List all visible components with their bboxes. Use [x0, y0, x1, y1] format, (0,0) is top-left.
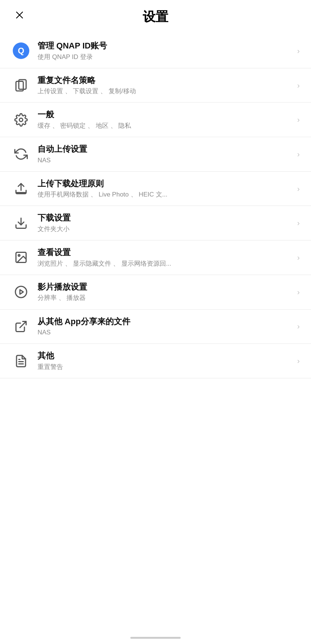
menu-item-duplicate-strategy[interactable]: 重复文件名策略 上传设置 、 下载设置 、 复制/移动 › [0, 68, 311, 103]
menu-title-general: 一般 [38, 109, 293, 120]
chevron-icon: › [297, 288, 300, 296]
menu-title-download-settings: 下载设置 [38, 213, 293, 224]
menu-item-view-settings[interactable]: 查看设置 浏览照片 、 显示隐藏文件 、 显示网络资源回... › [0, 240, 311, 275]
avatar-icon: Q [11, 42, 31, 59]
menu-subtitle-duplicate-strategy: 上传设置 、 下载设置 、 复制/移动 [38, 87, 293, 95]
svg-point-4 [20, 118, 23, 121]
download-icon [11, 216, 31, 230]
close-button[interactable] [11, 7, 28, 23]
menu-item-download-settings[interactable]: 下载设置 文件夹大小 › [0, 206, 311, 240]
upload-tray-icon [11, 182, 31, 195]
menu-item-video-settings[interactable]: 影片播放设置 分辨率 、 播放器 › [0, 275, 311, 310]
menu-item-share-from-app[interactable]: 从其他 App分享来的文件 NAS › [0, 310, 311, 344]
menu-item-auto-upload[interactable]: 自动上传设置 NAS › [0, 137, 311, 172]
menu-text-upload-download-policy: 上传下载处理原则 使用手机网络数据 、 Live Photo 、 HEIC 文.… [38, 178, 293, 199]
menu-subtitle-share-from-app: NAS [38, 328, 293, 337]
menu-title-other: 其他 [38, 351, 293, 361]
menu-item-general[interactable]: 一般 缓存 、 密码锁定 、 地区 、 隐私 › [0, 103, 311, 137]
menu-subtitle-upload-download-policy: 使用手机网络数据 、 Live Photo 、 HEIC 文... [38, 190, 293, 199]
menu-subtitle-general: 缓存 、 密码锁定 、 地区 、 隐私 [38, 122, 293, 130]
menu-title-share-from-app: 从其他 App分享来的文件 [38, 316, 293, 327]
menu-title-auto-upload: 自动上传设置 [38, 144, 293, 155]
svg-marker-11 [20, 290, 23, 294]
play-icon [11, 285, 31, 299]
chevron-icon: › [297, 184, 300, 193]
menu-subtitle-video-settings: 分辨率 、 播放器 [38, 294, 293, 302]
settings-menu: Q 管理 QNAP ID账号 使用 QNAP ID 登录 › 重复文件名策略 上… [0, 34, 311, 378]
menu-text-qnap-id: 管理 QNAP ID账号 使用 QNAP ID 登录 [38, 41, 293, 61]
chevron-icon: › [297, 253, 300, 262]
menu-subtitle-download-settings: 文件夹大小 [38, 225, 293, 233]
svg-point-10 [15, 286, 27, 298]
menu-text-auto-upload: 自动上传设置 NAS [38, 144, 293, 165]
menu-text-video-settings: 影片播放设置 分辨率 、 播放器 [38, 282, 293, 302]
document-icon [11, 354, 31, 368]
menu-title-qnap-id: 管理 QNAP ID账号 [38, 41, 293, 51]
menu-text-other: 其他 重置警告 [38, 351, 293, 371]
menu-text-duplicate-strategy: 重复文件名策略 上传设置 、 下载设置 、 复制/移动 [38, 75, 293, 96]
menu-subtitle-other: 重置警告 [38, 363, 293, 371]
menu-item-upload-download-policy[interactable]: 上传下载处理原则 使用手机网络数据 、 Live Photo 、 HEIC 文.… [0, 172, 311, 206]
menu-title-duplicate-strategy: 重复文件名策略 [38, 75, 293, 86]
share-in-icon [11, 320, 31, 333]
page-title: 设置 [143, 8, 168, 26]
menu-title-view-settings: 查看设置 [38, 247, 293, 258]
svg-point-9 [18, 255, 20, 257]
menu-title-upload-download-policy: 上传下载处理原则 [38, 178, 293, 189]
chevron-icon: › [297, 150, 300, 159]
menu-text-download-settings: 下载设置 文件夹大小 [38, 213, 293, 233]
sync-icon [11, 147, 31, 161]
chevron-icon: › [297, 219, 300, 227]
menu-text-view-settings: 查看设置 浏览照片 、 显示隐藏文件 、 显示网络资源回... [38, 247, 293, 268]
gear-icon [11, 113, 31, 127]
page-header: 设置 [0, 0, 311, 30]
menu-subtitle-view-settings: 浏览照片 、 显示隐藏文件 、 显示网络资源回... [38, 260, 293, 268]
duplicate-icon [11, 79, 31, 92]
menu-subtitle-qnap-id: 使用 QNAP ID 登录 [38, 53, 293, 61]
menu-item-qnap-id[interactable]: Q 管理 QNAP ID账号 使用 QNAP ID 登录 › [0, 34, 311, 68]
chevron-icon: › [297, 47, 300, 55]
menu-title-video-settings: 影片播放设置 [38, 282, 293, 293]
image-icon [11, 251, 31, 264]
menu-item-other[interactable]: 其他 重置警告 › [0, 344, 311, 378]
chevron-icon: › [297, 357, 300, 365]
chevron-icon: › [297, 81, 300, 90]
chevron-icon: › [297, 322, 300, 331]
home-indicator [130, 637, 181, 639]
chevron-icon: › [297, 115, 300, 124]
menu-subtitle-auto-upload: NAS [38, 156, 293, 165]
menu-text-general: 一般 缓存 、 密码锁定 、 地区 、 隐私 [38, 109, 293, 130]
menu-text-share-from-app: 从其他 App分享来的文件 NAS [38, 316, 293, 337]
